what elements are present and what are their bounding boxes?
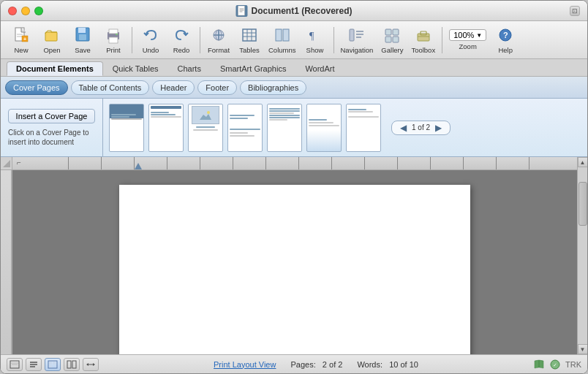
separator-4 (442, 27, 442, 53)
view-button-1[interactable] (7, 358, 23, 371)
tab-bibliographies[interactable]: Bibliographies (240, 80, 306, 95)
cover-thumb-7[interactable] (346, 104, 381, 152)
svg-point-44 (207, 111, 210, 114)
cover-thumb-3[interactable] (188, 104, 223, 152)
navigation-button[interactable]: Navigation (338, 24, 377, 56)
nav-icon (347, 26, 366, 45)
gallery-button[interactable]: Gallery (377, 24, 407, 56)
cover-panel: Insert a Cover Page Click on a Cover Pag… (1, 99, 587, 157)
cover-thumb-4[interactable] (227, 104, 263, 152)
separator-2 (200, 27, 200, 53)
svg-text:✓: ✓ (553, 362, 557, 367)
vertical-ruler (1, 170, 12, 354)
cover-hint-text: Click on a Cover Page to insert into doc… (8, 128, 95, 147)
ruler-corner (1, 157, 12, 170)
status-info: Print Layout View Pages: 2 of 2 Words: 1… (99, 360, 533, 369)
open-icon (42, 26, 61, 45)
svg-marker-45 (3, 160, 10, 167)
undo-icon (141, 26, 160, 45)
new-label: New (14, 46, 28, 54)
svg-rect-12 (79, 34, 86, 40)
tab-wordart[interactable]: WordArt (295, 61, 344, 76)
view-button-4[interactable] (64, 358, 80, 371)
cover-thumb-6[interactable] (306, 104, 342, 152)
cover-thumbnails: ◀ 1 of 2 ▶ (103, 99, 587, 156)
tab-quick-tables[interactable]: Quick Tables (103, 61, 168, 76)
tab-cover-pages[interactable]: Cover Pages (5, 80, 68, 95)
left-ruler-area (1, 157, 12, 354)
tab-document-elements[interactable]: Document Elements (7, 61, 103, 76)
document-icon (235, 5, 247, 17)
tab-footer[interactable]: Footer (197, 80, 237, 95)
gallery-label: Gallery (381, 46, 403, 54)
gallery-icon (382, 26, 402, 45)
undo-button[interactable]: Undo (136, 24, 165, 56)
svg-rect-57 (72, 361, 76, 368)
print-button[interactable]: Print (99, 24, 128, 56)
view-mode-link[interactable]: Print Layout View (214, 360, 276, 369)
nav-prev[interactable]: ◀ (398, 123, 409, 133)
resize-button[interactable]: ⊡ (570, 6, 580, 16)
svg-rect-34 (393, 29, 399, 35)
minimize-button[interactable] (21, 7, 30, 15)
window-title: Document1 (Recovered) (235, 5, 352, 17)
print-label: Print (106, 46, 121, 54)
save-button[interactable]: Save (68, 24, 97, 56)
ribbon-tabs: Document Elements Quick Tables Charts Sm… (1, 59, 587, 77)
undo-label: Undo (143, 46, 159, 54)
svg-rect-55 (49, 365, 52, 367)
toolbox-button[interactable]: Toolbox (408, 24, 438, 56)
scroll-down-button[interactable]: ▼ (578, 344, 588, 354)
show-button[interactable]: ¶ Show (301, 24, 330, 56)
separator-1 (132, 27, 132, 53)
help-label: Help (498, 46, 513, 54)
navigation-label: Navigation (341, 46, 374, 54)
save-label: Save (75, 46, 91, 54)
book-icon[interactable] (533, 359, 545, 370)
app-window: Document1 (Recovered) ⊡ + New Open Save (0, 0, 588, 374)
format-button[interactable]: Format (204, 24, 233, 56)
view-button-3[interactable] (45, 358, 61, 371)
svg-rect-36 (393, 37, 399, 42)
trk-label: TRK (565, 360, 581, 369)
zoom-value[interactable]: 100% ▼ (449, 29, 486, 41)
svg-rect-29 (350, 29, 354, 41)
open-label: Open (43, 46, 60, 54)
svg-rect-0 (238, 6, 244, 15)
toolbar: + New Open Save Print Undo (1, 21, 587, 59)
words-label: Words: 10 of 10 (357, 360, 418, 369)
nav-next[interactable]: ▶ (433, 123, 444, 133)
tab-table-of-contents[interactable]: Table of Contents (71, 80, 150, 95)
svg-rect-14 (109, 29, 118, 34)
new-button[interactable]: + New (7, 24, 36, 56)
close-button[interactable] (8, 7, 17, 15)
columns-button[interactable]: Columns (265, 24, 299, 56)
scroll-up-button[interactable]: ▲ (578, 157, 588, 167)
cover-thumb-2[interactable] (148, 104, 184, 152)
pages-label: Pages: 2 of 2 (290, 360, 342, 369)
scrollbar-thumb[interactable] (578, 182, 587, 226)
svg-rect-35 (385, 37, 391, 42)
insert-cover-button[interactable]: Insert a Cover Page (8, 109, 95, 123)
cover-thumb-5[interactable] (267, 104, 302, 152)
redo-label: Redo (173, 46, 190, 54)
view-button-2[interactable] (26, 358, 42, 371)
tab-header[interactable]: Header (152, 80, 195, 95)
view-button-5[interactable] (83, 358, 99, 371)
show-icon: ¶ (306, 26, 325, 45)
redo-button[interactable]: Redo (167, 24, 196, 56)
tables-button[interactable]: Tables (235, 24, 264, 56)
open-button[interactable]: Open (37, 24, 67, 56)
maximize-button[interactable] (34, 7, 43, 15)
tables-icon (240, 26, 259, 45)
svg-rect-11 (78, 28, 86, 33)
toolbox-icon (414, 26, 433, 45)
help-button[interactable]: ? Help (491, 24, 520, 56)
ruler-content: ⌐ (14, 157, 576, 169)
document-scroll-area[interactable] (12, 170, 577, 354)
content-area: ⌐ (12, 157, 577, 354)
tab-smartart[interactable]: SmartArt Graphics (211, 61, 295, 76)
tab-charts[interactable]: Charts (168, 61, 211, 76)
cover-thumb-1[interactable] (109, 104, 144, 152)
zoom-button[interactable]: 100% ▼ Zoom (446, 24, 489, 56)
